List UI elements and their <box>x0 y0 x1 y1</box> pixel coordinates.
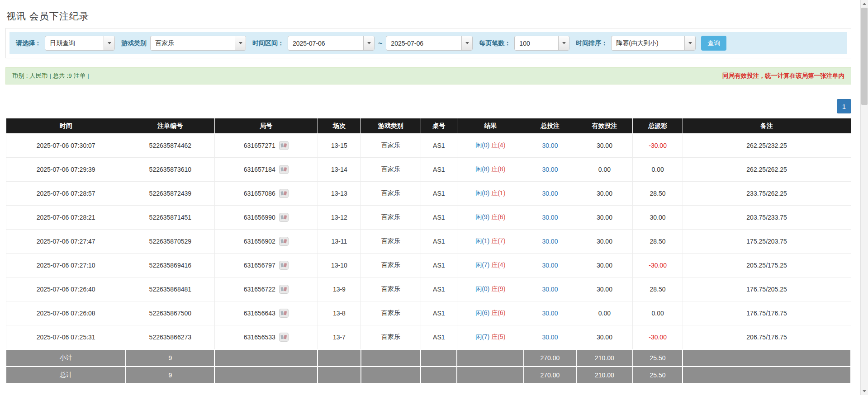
cell-total-bet[interactable]: 30.00 <box>524 158 576 182</box>
cell-game-type: 百家乐 <box>361 254 421 277</box>
result-player: 闲(6) <box>475 309 489 316</box>
chevron-down-icon[interactable] <box>363 36 374 50</box>
date-from-select[interactable] <box>288 36 375 51</box>
table-row: 2025-07-06 07:29:39522635873610631657184… <box>6 158 851 182</box>
round-video-icon[interactable] <box>279 333 289 342</box>
cell-valid-bet: 30.00 <box>576 206 633 230</box>
result-banker: 庄(7) <box>491 237 505 245</box>
cell-result: 闲(7) 庄(5) <box>457 325 524 349</box>
cell-payout: 28.50 <box>633 230 683 254</box>
cell-total-bet[interactable]: 30.00 <box>524 230 576 254</box>
page-size-value[interactable] <box>515 36 558 50</box>
subtotal-empty-cell <box>214 349 318 367</box>
cell-total-bet[interactable]: 30.00 <box>524 325 576 349</box>
game-type-select[interactable] <box>150 36 246 51</box>
date-to-value[interactable] <box>386 36 461 50</box>
column-header: 备注 <box>683 118 851 134</box>
cell-remark: 233.75/262.25 <box>683 182 851 206</box>
cell-bet-id: 522635873610 <box>126 158 214 182</box>
range-separator: ~ <box>378 39 382 47</box>
scrollbar-down-arrow[interactable] <box>861 387 868 395</box>
chevron-down-icon[interactable] <box>558 36 569 50</box>
time-range-label: 时间区间： <box>252 39 284 47</box>
chevron-down-icon[interactable] <box>461 36 472 50</box>
grand-total-row: 总计 9 270.00 210.00 25.50 <box>6 367 851 384</box>
cell-session: 13-12 <box>318 206 360 230</box>
grand-total-total-bet: 270.00 <box>524 367 576 384</box>
page-size-select[interactable] <box>514 36 569 51</box>
cell-payout: 28.50 <box>633 277 683 301</box>
cell-game-type: 百家乐 <box>361 134 421 158</box>
round-video-icon[interactable] <box>279 213 289 222</box>
grand-total-payout: 25.50 <box>633 367 683 384</box>
chevron-down-icon[interactable] <box>104 36 114 50</box>
cell-total-bet[interactable]: 30.00 <box>524 277 576 301</box>
column-header: 结果 <box>457 118 524 134</box>
cell-total-bet[interactable]: 30.00 <box>524 206 576 230</box>
scrollbar[interactable] <box>860 0 868 395</box>
table-row: 2025-07-06 07:27:10522635869416631656797… <box>6 254 851 277</box>
cell-total-bet[interactable]: 30.00 <box>524 254 576 277</box>
cell-time: 2025-07-06 07:26:40 <box>6 277 126 301</box>
chevron-down-icon[interactable] <box>684 36 695 50</box>
cell-payout: 28.50 <box>633 182 683 206</box>
query-type-value[interactable] <box>45 36 104 50</box>
cell-valid-bet: 30.00 <box>576 230 633 254</box>
cell-valid-bet: 0.00 <box>576 158 633 182</box>
round-video-icon[interactable] <box>279 237 289 246</box>
query-type-select[interactable] <box>45 36 115 51</box>
cell-round-id: 631656643 <box>214 301 318 325</box>
chevron-down-icon[interactable] <box>235 36 246 50</box>
sort-order-select[interactable] <box>611 36 696 51</box>
round-video-icon[interactable] <box>279 285 289 294</box>
result-banker: 庄(9) <box>491 285 505 292</box>
cell-time: 2025-07-06 07:27:47 <box>6 230 126 254</box>
cell-valid-bet: 30.00 <box>576 182 633 206</box>
cell-remark: 175.25/203.75 <box>683 230 851 254</box>
cell-total-bet[interactable]: 30.00 <box>524 134 576 158</box>
sort-order-value[interactable] <box>612 36 684 50</box>
cell-payout: -30.00 <box>633 134 683 158</box>
date-from-value[interactable] <box>288 36 363 50</box>
column-header: 注单编号 <box>126 118 214 134</box>
result-banker: 庄(8) <box>491 165 505 173</box>
table-body: 2025-07-06 07:30:07522635874462631657271… <box>6 134 851 349</box>
cell-bet-id: 522635871451 <box>126 206 214 230</box>
cell-table-no: AS1 <box>421 301 457 325</box>
date-to-select[interactable] <box>386 36 473 51</box>
cell-valid-bet: 30.00 <box>576 134 633 158</box>
subtotal-valid-bet: 210.00 <box>576 349 633 367</box>
cell-time: 2025-07-06 07:29:39 <box>6 158 126 182</box>
cell-remark: 176.75/205.25 <box>683 277 851 301</box>
column-header: 桌号 <box>421 118 457 134</box>
grand-total-empty-cell <box>214 367 318 384</box>
cell-bet-id: 522635868481 <box>126 277 214 301</box>
cell-session: 13-8 <box>318 301 360 325</box>
valid-bet-notice: 同局有效投注，统一计算在该局第一张注单内 <box>722 72 844 80</box>
page-button-1[interactable]: 1 <box>837 99 851 113</box>
grand-total-empty-cell <box>457 367 524 384</box>
cell-payout: 0.00 <box>633 158 683 182</box>
round-video-icon[interactable] <box>279 141 289 150</box>
search-button[interactable]: 查询 <box>701 36 726 51</box>
round-video-icon[interactable] <box>279 189 289 198</box>
grand-total-empty-cell <box>421 367 457 384</box>
cell-round-id: 631657271 <box>214 134 318 158</box>
game-type-value[interactable] <box>151 36 235 50</box>
subtotal-count: 9 <box>126 349 214 367</box>
cell-table-no: AS1 <box>421 134 457 158</box>
scrollbar-thumb[interactable] <box>861 8 868 105</box>
round-video-icon[interactable] <box>279 165 289 174</box>
cell-valid-bet: 30.00 <box>576 277 633 301</box>
cell-bet-id: 522635869416 <box>126 254 214 277</box>
scrollbar-up-arrow[interactable] <box>861 0 868 8</box>
round-video-icon[interactable] <box>279 261 289 270</box>
subtotal-empty-cell <box>457 349 524 367</box>
cell-total-bet[interactable]: 30.00 <box>524 182 576 206</box>
cell-payout: -30.00 <box>633 254 683 277</box>
cell-total-bet[interactable]: 30.00 <box>524 301 576 325</box>
result-banker: 庄(6) <box>491 213 505 221</box>
round-video-icon[interactable] <box>279 309 289 318</box>
game-type-label: 游戏类别 <box>121 39 147 47</box>
subtotal-empty-cell <box>361 349 421 367</box>
